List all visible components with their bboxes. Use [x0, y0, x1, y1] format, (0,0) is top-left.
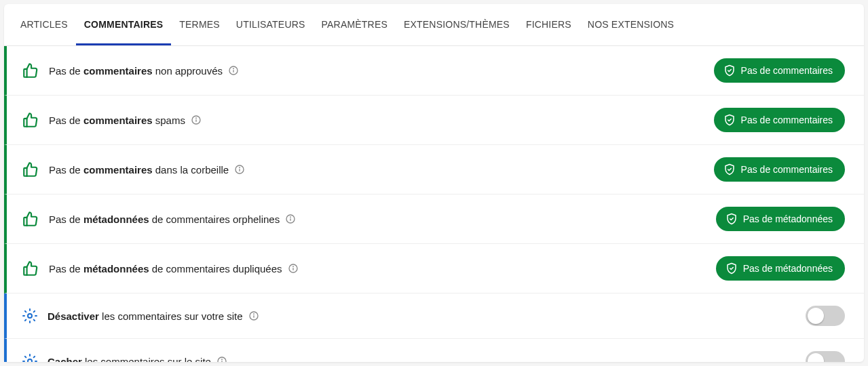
disable-comments-toggle[interactable] — [806, 306, 845, 326]
svg-point-19 — [28, 359, 32, 362]
tab-fichiers[interactable]: FICHIERS — [518, 4, 580, 45]
info-icon[interactable] — [216, 356, 227, 362]
text-post: spams — [153, 115, 185, 126]
status-text: Pas de commentaires dans la corbeille — [49, 164, 704, 176]
setting-row: Désactiver les commentaires sur votre si… — [4, 293, 864, 339]
status-badge: Pas de commentaires — [714, 58, 845, 83]
text-bold: Cacher — [48, 356, 82, 363]
toggle-knob — [808, 308, 824, 324]
tab-extensions-themes[interactable]: EXTENSIONS/THÈMES — [396, 4, 518, 45]
badge-label: Pas de métadonnées — [743, 214, 833, 224]
status-row: Pas de commentaires dans la corbeille Pa… — [4, 145, 864, 195]
text-pre: Pas de — [49, 65, 83, 77]
badge-label: Pas de métadonnées — [743, 263, 833, 274]
text-post: les commentaires sur le site — [82, 356, 211, 363]
info-icon[interactable] — [234, 164, 245, 175]
text-post: non approuvés — [153, 65, 223, 77]
text-bold: Désactiver — [48, 310, 99, 322]
svg-point-5 — [196, 118, 197, 119]
gear-icon — [22, 353, 38, 362]
svg-point-11 — [290, 217, 291, 218]
tab-utilisateurs[interactable]: UTILISATEURS — [228, 4, 314, 45]
text-post: de commentaires dupliquées — [149, 263, 282, 274]
tab-articles[interactable]: ARTICLES — [12, 4, 76, 45]
text-bold: commentaires — [83, 115, 153, 126]
badge-label: Pas de commentaires — [741, 164, 833, 175]
badge-label: Pas de commentaires — [741, 65, 833, 76]
info-icon[interactable] — [288, 263, 299, 274]
text-post: dans la corbeille — [153, 164, 229, 176]
status-text: Pas de commentaires spams — [49, 115, 704, 126]
status-row: Pas de métadonnées de commentaires orphe… — [4, 195, 864, 244]
panel: ARTICLES COMMENTAIRES TERMES UTILISATEUR… — [4, 4, 864, 362]
badge-label: Pas de commentaires — [741, 115, 833, 125]
text-bold: commentaires — [83, 164, 153, 176]
tabs: ARTICLES COMMENTAIRES TERMES UTILISATEUR… — [4, 4, 864, 46]
svg-point-2 — [233, 68, 234, 69]
text-post: les commentaires sur votre site — [99, 310, 243, 322]
setting-text: Cacher les commentaires sur le site — [48, 356, 796, 363]
svg-point-22 — [222, 359, 223, 360]
toggle-knob — [808, 353, 824, 362]
status-text: Pas de métadonnées de commentaires orphe… — [49, 214, 706, 225]
rows-container: Pas de commentaires non approuvés Pas de… — [4, 46, 864, 362]
text-pre: Pas de — [49, 115, 83, 126]
thumbs-up-icon — [22, 210, 39, 228]
status-text: Pas de commentaires non approuvés — [49, 65, 704, 77]
svg-point-15 — [28, 314, 32, 318]
svg-point-14 — [293, 266, 293, 267]
gear-icon — [22, 308, 38, 324]
text-bold: commentaires — [83, 65, 153, 77]
status-badge: Pas de commentaires — [714, 108, 845, 132]
status-row: Pas de commentaires spams Pas de comment… — [4, 96, 864, 145]
text-bold: métadonnées — [83, 214, 149, 225]
hide-comments-toggle[interactable] — [806, 351, 845, 362]
svg-point-18 — [253, 314, 254, 314]
status-row: Pas de commentaires non approuvés Pas de… — [4, 46, 864, 96]
tab-termes[interactable]: TERMES — [171, 4, 228, 45]
text-bold: métadonnées — [83, 263, 149, 274]
status-badge: Pas de métadonnées — [716, 207, 845, 231]
thumbs-up-icon — [22, 161, 39, 178]
tab-nos-extensions[interactable]: NOS EXTENSIONS — [580, 4, 682, 45]
thumbs-up-icon — [22, 260, 39, 277]
info-icon[interactable] — [228, 65, 239, 76]
text-pre: Pas de — [49, 214, 83, 225]
status-text: Pas de métadonnées de commentaires dupli… — [49, 263, 706, 274]
tab-parametres[interactable]: PARAMÈTRES — [314, 4, 396, 45]
status-badge: Pas de métadonnées — [716, 256, 845, 281]
tab-commentaires[interactable]: COMMENTAIRES — [76, 4, 171, 45]
svg-point-8 — [240, 167, 240, 168]
info-icon[interactable] — [191, 115, 202, 125]
thumbs-up-icon — [22, 111, 39, 129]
status-badge: Pas de commentaires — [714, 157, 845, 182]
text-pre: Pas de — [49, 263, 83, 274]
setting-text: Désactiver les commentaires sur votre si… — [48, 310, 796, 322]
status-row: Pas de métadonnées de commentaires dupli… — [4, 244, 864, 293]
setting-row: Cacher les commentaires sur le site — [4, 339, 864, 362]
info-icon[interactable] — [285, 214, 296, 224]
text-post: de commentaires orphelines — [149, 214, 280, 225]
thumbs-up-icon — [22, 62, 39, 79]
info-icon[interactable] — [248, 310, 259, 321]
text-pre: Pas de — [49, 164, 83, 176]
